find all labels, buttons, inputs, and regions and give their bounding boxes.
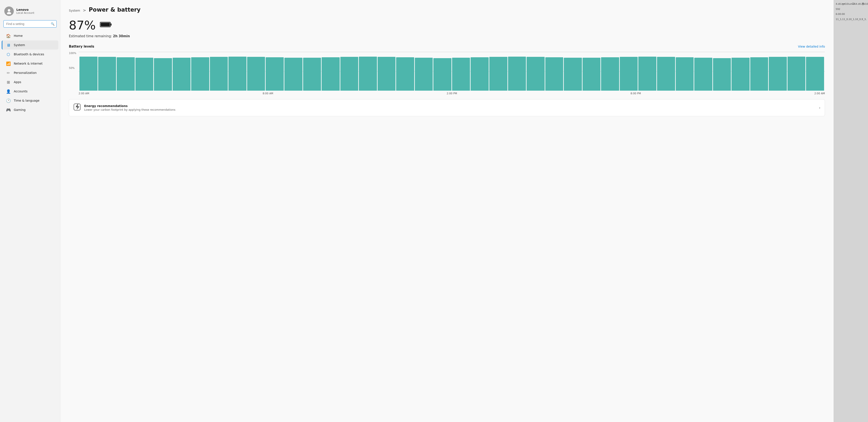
bar xyxy=(210,57,228,91)
chart-area xyxy=(79,52,825,91)
sidebar-item-label-apps: Apps xyxy=(14,80,21,84)
estimated-time: 2h 30min xyxy=(113,34,130,38)
bar xyxy=(657,57,675,91)
sidebar-item-time[interactable]: 🕐 Time & language xyxy=(2,96,58,105)
battery-chart-section: Battery levels View detailed info 100% 5… xyxy=(69,44,825,95)
bar xyxy=(117,57,135,91)
battery-percent-row: 87% xyxy=(69,18,825,32)
time-icon: 🕐 xyxy=(6,98,11,103)
bar xyxy=(769,57,787,91)
personalization-icon: ✏️ xyxy=(6,70,11,75)
y-label-50: 50% xyxy=(69,67,76,69)
bar xyxy=(713,58,731,91)
sidebar-item-label-personalization: Personalization xyxy=(14,71,37,74)
view-detail-link[interactable]: View detailed info xyxy=(798,45,825,48)
bar xyxy=(545,57,563,91)
bar xyxy=(452,58,470,91)
bar xyxy=(247,57,265,91)
sidebar-item-label-system: System xyxy=(14,43,25,47)
search-icon: 🔍 xyxy=(51,22,55,26)
sidebar-item-gaming[interactable]: 🎮 Gaming xyxy=(2,105,58,114)
y-label-100: 100% xyxy=(69,52,76,55)
sidebar-item-label-bluetooth: Bluetooth & devices xyxy=(14,53,44,56)
bluetooth-icon: ⬡ xyxy=(6,52,11,57)
chart-grid xyxy=(79,52,825,91)
settings-window: — □ ✕ Lenovo Local Account 🔍 🏠 xyxy=(0,0,868,422)
close-button[interactable]: ✕ xyxy=(858,0,868,7)
bar xyxy=(564,58,582,91)
home-icon: 🏠 xyxy=(6,33,11,38)
system-icon: 🖥 xyxy=(6,42,11,48)
bar xyxy=(676,57,694,91)
bar xyxy=(303,58,321,91)
user-type: Local Account xyxy=(17,11,34,14)
bar xyxy=(359,57,377,91)
bar xyxy=(154,58,172,91)
bar xyxy=(321,57,340,91)
sidebar-item-label-gaming: Gaming xyxy=(14,108,26,112)
bar xyxy=(806,57,824,91)
x-label: 2:00 AM xyxy=(814,92,825,95)
bar xyxy=(80,57,97,91)
bar xyxy=(732,58,750,91)
chart-header: Battery levels View detailed info xyxy=(69,44,825,49)
breadcrumb: System > Power & battery xyxy=(69,6,825,13)
apps-icon: ⊞ xyxy=(6,80,11,84)
network-icon: 📶 xyxy=(6,61,11,66)
chart-y-labels: 100% 50% 0% xyxy=(69,52,76,91)
sidebar-item-label-time: Time & language xyxy=(14,99,39,102)
x-label: 8:00 AM xyxy=(262,92,273,95)
energy-icon xyxy=(73,103,81,112)
chart-title: Battery levels xyxy=(69,44,94,49)
sidebar-item-label-network: Network & internet xyxy=(14,62,42,65)
energy-text: Energy recommendations Lower your carbon… xyxy=(84,104,816,111)
svg-rect-4 xyxy=(101,23,110,27)
svg-point-0 xyxy=(8,9,10,11)
user-name: Lenovo xyxy=(17,8,34,11)
bars-row xyxy=(79,52,825,91)
sidebar-item-bluetooth[interactable]: ⬡ Bluetooth & devices xyxy=(2,50,58,59)
bar xyxy=(266,57,284,91)
search-input[interactable] xyxy=(3,20,57,28)
sidebar-item-system[interactable]: 🖥 System xyxy=(2,40,58,50)
bar xyxy=(191,57,209,91)
search-box: 🔍 xyxy=(3,20,57,28)
bar xyxy=(433,58,452,91)
accounts-icon: 👤 xyxy=(6,89,11,94)
sidebar-item-label-home: Home xyxy=(14,34,23,37)
x-label: 8:00 PM xyxy=(630,92,641,95)
sidebar-item-network[interactable]: 📶 Network & internet xyxy=(2,59,58,68)
bar xyxy=(620,57,638,91)
avatar xyxy=(4,6,14,16)
side-panel-text: 11_1,11_0,10_1,10_0,9_3, xyxy=(836,18,866,21)
energy-chevron-icon: › xyxy=(819,106,820,110)
side-panel-text: 6:00:00 xyxy=(836,12,866,16)
bar xyxy=(638,57,656,91)
minimize-button[interactable]: — xyxy=(838,0,848,7)
breadcrumb-separator: > xyxy=(83,8,86,12)
battery-percent: 87% xyxy=(69,18,96,32)
bar xyxy=(787,57,806,91)
sidebar-item-home[interactable]: 🏠 Home xyxy=(2,31,58,40)
sidebar-item-apps[interactable]: ⊞ Apps xyxy=(2,78,58,87)
energy-card[interactable]: Energy recommendations Lower your carbon… xyxy=(69,99,825,116)
energy-title: Energy recommendations xyxy=(84,104,816,108)
maximize-button[interactable]: □ xyxy=(848,0,858,7)
bar xyxy=(750,57,768,91)
bar xyxy=(489,57,507,91)
x-label: 2:00 PM xyxy=(447,92,457,95)
battery-icon xyxy=(100,21,112,30)
bar xyxy=(228,57,247,91)
nav-list: 🏠 Home 🖥 System ⬡ Bluetooth & devices 📶 … xyxy=(0,31,60,115)
bar xyxy=(173,58,191,91)
bar xyxy=(694,58,712,91)
sidebar-item-accounts[interactable]: 👤 Accounts xyxy=(2,87,58,96)
bar xyxy=(527,57,545,91)
side-panel: 4.dll,igd10iumd64.dll,igd105926:00:0011_… xyxy=(834,0,868,422)
title-bar: — □ ✕ xyxy=(838,0,868,7)
energy-description: Lower your carbon footprint by applying … xyxy=(84,108,816,111)
breadcrumb-parent: System xyxy=(69,9,80,12)
estimated-label: Estimated time remaining: xyxy=(69,34,112,38)
sidebar-item-personalization[interactable]: ✏️ Personalization xyxy=(2,68,58,77)
bar xyxy=(508,57,526,91)
